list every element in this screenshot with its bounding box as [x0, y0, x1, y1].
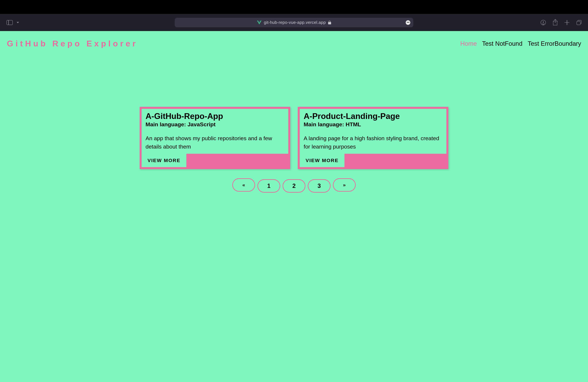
- address-url: git-hub-repo-vue-app.vercel.app: [264, 20, 326, 25]
- pagination-page-3[interactable]: 3: [308, 179, 331, 193]
- card-body: A-Product-Landing-Page Main language: HT…: [300, 109, 446, 154]
- nav-test-errorboundary[interactable]: Test ErrorBoundary: [528, 40, 581, 47]
- pagination-next-button[interactable]: »: [333, 178, 356, 192]
- browser-chrome: git-hub-repo-vue-app.vercel.app •••: [0, 14, 588, 31]
- lock-icon: [328, 21, 331, 24]
- view-more-button[interactable]: VIEW MORE: [142, 154, 186, 167]
- tabs-icon[interactable]: [577, 20, 582, 25]
- pagination: « 1 2 3 »: [140, 179, 448, 193]
- nav-home[interactable]: Home: [460, 40, 477, 47]
- repo-title: A-GitHub-Repo-App: [146, 111, 284, 121]
- pagination-page-1[interactable]: 1: [257, 179, 280, 193]
- sidebar-toggle-icon[interactable]: [6, 20, 13, 25]
- pagination-prev-button[interactable]: «: [232, 178, 255, 192]
- card-body: A-GitHub-Repo-App Main language: JavaScr…: [142, 109, 288, 154]
- repo-title: A-Product-Landing-Page: [304, 111, 442, 121]
- card-footer: VIEW MORE: [142, 154, 288, 167]
- repo-description: A landing page for a high fashion stylin…: [304, 134, 442, 151]
- view-more-button[interactable]: VIEW MORE: [300, 154, 344, 167]
- page-content: GitHub Repo Explorer Home Test NotFound …: [0, 31, 588, 382]
- app-logo[interactable]: GitHub Repo Explorer: [7, 39, 138, 48]
- address-bar[interactable]: git-hub-repo-vue-app.vercel.app •••: [175, 18, 413, 27]
- chrome-right-controls: [541, 20, 582, 25]
- main-content: A-GitHub-Repo-App Main language: JavaScr…: [0, 56, 588, 193]
- app-header: GitHub Repo Explorer Home Test NotFound …: [0, 31, 588, 56]
- repo-language: Main language: HTML: [304, 121, 442, 127]
- repo-language: Main language: JavaScript: [146, 121, 284, 127]
- downloads-icon[interactable]: [541, 20, 546, 25]
- share-icon[interactable]: [553, 20, 557, 25]
- repo-description: An app that shows my public repositories…: [146, 134, 284, 151]
- chevron-down-icon[interactable]: [17, 22, 19, 23]
- repo-card: A-Product-Landing-Page Main language: HT…: [298, 107, 448, 169]
- chrome-left-controls: [6, 20, 19, 25]
- card-footer: VIEW MORE: [300, 154, 446, 167]
- main-nav: Home Test NotFound Test ErrorBoundary: [460, 40, 581, 47]
- vue-icon: [257, 21, 261, 24]
- new-tab-icon[interactable]: [565, 20, 569, 25]
- pagination-page-2[interactable]: 2: [283, 179, 305, 193]
- nav-test-notfound[interactable]: Test NotFound: [482, 40, 522, 47]
- repo-card: A-GitHub-Repo-App Main language: JavaScr…: [140, 107, 290, 169]
- repo-cards: A-GitHub-Repo-App Main language: JavaScr…: [140, 107, 448, 169]
- more-icon[interactable]: •••: [406, 20, 410, 25]
- window-top-bar: [0, 0, 588, 14]
